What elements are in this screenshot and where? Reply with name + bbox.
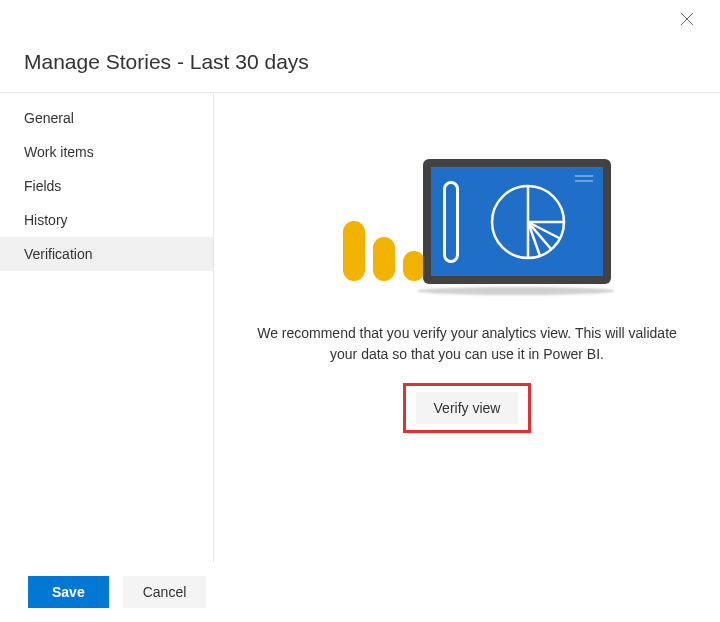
sidebar-item-verification[interactable]: Verification	[0, 237, 213, 271]
tablet-icon	[423, 159, 611, 284]
sidebar-item-general[interactable]: General	[0, 101, 213, 135]
description-text: We recommend that you verify your analyt…	[257, 323, 677, 365]
footer: Save Cancel	[28, 576, 206, 608]
illustration	[337, 163, 597, 293]
bar-icon	[403, 251, 425, 281]
main-panel: We recommend that you verify your analyt…	[214, 93, 720, 563]
close-icon[interactable]	[680, 12, 700, 32]
sidebar-item-label: General	[24, 110, 74, 126]
page-title: Manage Stories - Last 30 days	[0, 0, 720, 92]
save-button[interactable]: Save	[28, 576, 109, 608]
cancel-button[interactable]: Cancel	[123, 576, 207, 608]
verify-view-button[interactable]: Verify view	[416, 392, 519, 424]
pie-chart-icon	[487, 181, 569, 263]
sidebar-item-label: Fields	[24, 178, 61, 194]
sidebar-item-label: Work items	[24, 144, 94, 160]
bar-icon	[343, 221, 365, 281]
sidebar-item-label: Verification	[24, 246, 92, 262]
sidebar-item-fields[interactable]: Fields	[0, 169, 213, 203]
sidebar-item-label: History	[24, 212, 68, 228]
sidebar-item-work-items[interactable]: Work items	[0, 135, 213, 169]
highlight-box: Verify view	[403, 383, 532, 433]
bar-icon	[373, 237, 395, 281]
sidebar-item-history[interactable]: History	[0, 203, 213, 237]
sidebar: General Work items Fields History Verifi…	[0, 93, 214, 563]
